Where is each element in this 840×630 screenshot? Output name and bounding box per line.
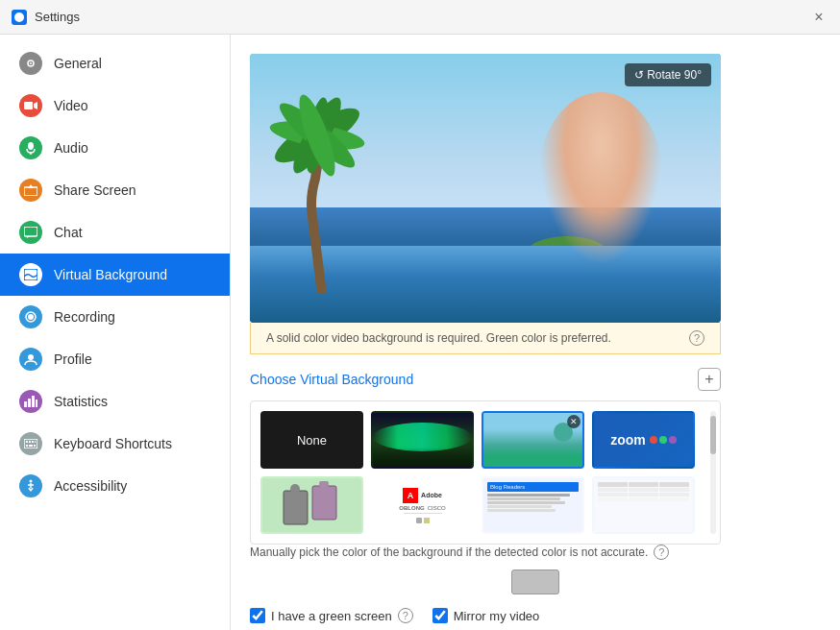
sidebar-label-profile: Profile [54,351,92,367]
thumbnail-table[interactable] [592,476,695,534]
sidebar-label-accessibility: Accessibility [54,478,127,494]
color-pick-row: Manually pick the color of the backgroun… [250,545,721,560]
svg-rect-21 [29,441,31,443]
sidebar-item-general[interactable]: General [0,42,230,85]
window-title: Settings [35,10,80,24]
thumbnails-scroll: None ✕ [260,411,710,534]
thumbnail-beach[interactable]: ✕ [482,411,584,469]
table-cell3 [659,482,689,487]
table-cell12 [659,497,689,501]
sidebar-item-recording[interactable]: Recording [0,296,230,338]
green-screen-checkbox[interactable] [250,608,265,623]
svg-rect-25 [29,445,33,447]
table-cell2 [629,482,658,487]
sidebar-label-video: Video [54,98,88,113]
green-screen-label: I have a green screen [271,609,392,623]
svg-rect-16 [28,399,31,407]
general-icon [19,52,42,75]
color-pick-text: Manually pick the color of the backgroun… [250,545,648,559]
warning-bar: A solid color video background is requir… [250,323,721,354]
title-bar: Settings × [0,0,840,35]
slides-line3 [487,501,565,504]
table-cell4 [598,488,628,492]
svg-rect-3 [24,102,33,109]
thumbnail-row-1: None ✕ [260,411,710,469]
adobe-icon2 [424,518,430,523]
recording-icon [19,305,42,328]
sidebar-label-chat: Chat [54,225,83,240]
scroll-thumb[interactable] [710,416,716,454]
person-overlay [538,92,663,265]
section-title: Choose Virtual Background [250,372,413,387]
chat-icon [19,221,42,244]
sidebar-item-share-screen[interactable]: Share Screen [0,169,230,211]
adobe-icons [416,518,430,523]
thumbnail-slides[interactable]: Blog Readers [482,476,584,534]
svg-rect-23 [35,441,36,443]
sidebar-item-virtual-background[interactable]: Virtual Background [0,254,230,296]
table-cell11 [629,497,658,501]
statistics-icon [19,390,42,413]
thumbnail-none-label: None [297,433,327,448]
svg-point-5 [28,142,34,150]
sidebar-item-accessibility[interactable]: Accessibility [0,465,230,507]
zoom-logo-dot3 [669,436,677,444]
svg-point-38 [290,484,300,494]
thumbnail-cartoon[interactable] [260,476,363,534]
sidebar-label-virtual-background: Virtual Background [54,267,167,282]
app-icon [12,10,27,25]
mirror-video-checkbox[interactable] [432,608,448,623]
sidebar-item-statistics[interactable]: Statistics [0,380,230,423]
sidebar-item-profile[interactable]: Profile [0,338,230,380]
svg-rect-22 [32,441,34,443]
slides-line4 [487,505,552,508]
svg-rect-20 [26,441,28,443]
add-background-button[interactable]: + [698,368,721,391]
svg-rect-36 [312,486,336,520]
video-background: ↺ Rotate 90° [250,54,721,323]
mirror-video-label: Mirror my video [454,609,540,623]
thumbnail-zoom[interactable]: zoom [592,411,695,469]
sidebar-label-general: General [54,56,102,71]
sidebar-label-statistics: Statistics [54,394,108,409]
video-preview: ↺ Rotate 90° [250,54,721,323]
zoom-logo-text: zoom [610,432,646,448]
svg-rect-9 [24,227,37,236]
scrollbar[interactable] [710,411,716,534]
svg-point-27 [30,480,33,483]
sidebar-item-video[interactable]: Video [0,85,230,127]
color-swatch[interactable] [511,569,559,594]
close-button[interactable]: × [809,8,828,27]
table-cell7 [598,493,628,497]
keyboard-shortcuts-icon [19,432,42,455]
svg-marker-4 [34,102,37,109]
green-screen-help-icon[interactable]: ? [398,608,413,623]
svg-point-0 [14,12,24,22]
oblong-text: OBLONG [399,505,424,511]
video-icon [19,94,42,117]
accessibility-icon [19,474,42,497]
zoom-logo-dot2 [659,436,667,444]
table-cell9 [659,493,689,497]
cisco-text: CISCO [428,505,446,511]
color-pick-help-icon[interactable]: ? [654,545,669,560]
adobe-text: Adobe [421,492,442,498]
thumbnail-close-button[interactable]: ✕ [567,415,581,428]
table-cell6 [659,488,689,492]
mirror-video-checkbox-item: Mirror my video [432,608,540,623]
warning-help-icon[interactable]: ? [689,330,704,346]
sidebar-item-keyboard-shortcuts[interactable]: Keyboard Shortcuts [0,423,230,465]
main-content: General Video Audio Share Screen Chat [0,35,840,630]
rotate-button[interactable]: ↺ Rotate 90° [625,63,711,86]
svg-rect-18 [36,400,37,407]
svg-rect-19 [24,439,37,448]
svg-rect-26 [34,445,36,447]
thumbnail-adobe[interactable]: A Adobe OBLONG CISCO [371,476,474,534]
table-cell5 [629,488,658,492]
sidebar-item-audio[interactable]: Audio [0,127,230,169]
sidebar-label-recording: Recording [54,309,115,325]
thumbnail-aurora[interactable] [371,411,474,469]
sidebar-item-chat[interactable]: Chat [0,211,230,254]
thumbnail-none[interactable]: None [260,411,363,469]
svg-point-2 [30,62,32,64]
